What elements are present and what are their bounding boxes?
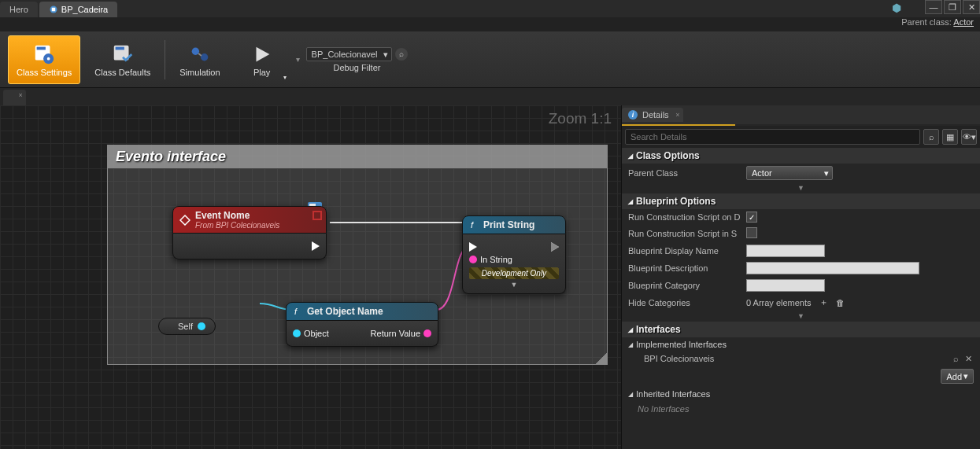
prop-label: Blueprint Description <box>628 263 746 273</box>
add-element-icon[interactable]: ＋ <box>819 296 828 308</box>
search-input[interactable] <box>625 129 920 145</box>
tab-label: BP_Cadeira <box>61 5 108 14</box>
prop-label: Blueprint Category <box>628 281 746 290</box>
return-value-pin[interactable]: Return Value <box>371 329 431 338</box>
prop-label: Hide Categories <box>628 298 746 307</box>
window-controls: — ❐ ✕ <box>925 0 980 14</box>
close-button[interactable]: ✕ <box>963 0 980 14</box>
class-defaults-button[interactable]: Class Defaults <box>87 35 158 84</box>
chevron-down-icon[interactable]: ▾ <box>283 74 287 81</box>
tab-hero[interactable]: Hero <box>0 2 38 17</box>
prop-parent-class: Parent Class Actor <box>622 164 980 182</box>
document-tabs: Hero BP_Cadeira ⬢ — ❐ ✕ <box>0 0 980 17</box>
prop-bp-display-name: Blueprint Display Name <box>622 242 980 259</box>
print-string-node[interactable]: f Print String In String Development Onl… <box>462 215 566 294</box>
exec-out-pin[interactable] <box>551 242 559 252</box>
implemented-interfaces-header[interactable]: ◢Implemented Interfaces <box>622 337 980 351</box>
collapse-triangle-icon: ◢ <box>628 341 633 348</box>
play-icon <box>250 42 274 66</box>
blueprint-icon <box>49 5 58 14</box>
search-icon[interactable]: ⌕ <box>923 129 939 145</box>
debug-filter-combo[interactable]: BP_Colecionavel <box>306 47 393 61</box>
comment-node[interactable]: Evento interface Event Nome From BPI Col… <box>107 145 608 365</box>
self-out-pin[interactable] <box>198 322 205 330</box>
expand-chevron-icon[interactable]: ▼ <box>469 279 559 289</box>
play-button[interactable]: Play ▾ <box>235 35 290 84</box>
parent-class-combo[interactable]: Actor <box>746 166 833 180</box>
collapse-triangle-icon: ◢ <box>628 198 633 205</box>
panel-check-icon <box>111 42 135 66</box>
text-input[interactable] <box>746 262 919 274</box>
property-matrix-icon[interactable]: ▦ <box>942 129 958 145</box>
view-options-icon[interactable]: 👁▾ <box>961 129 977 145</box>
details-tab[interactable]: i Details × <box>622 108 683 122</box>
button-label: Class Settings <box>17 68 72 77</box>
prop-hide-categories: Hide Categories 0 Array elements ＋ 🗑 <box>622 294 980 311</box>
chevron-down-icon[interactable]: ▾ <box>296 55 300 64</box>
svg-marker-10 <box>256 46 269 61</box>
close-icon[interactable]: × <box>675 111 679 119</box>
self-node[interactable]: Self <box>158 318 216 335</box>
text-input[interactable] <box>746 279 825 292</box>
collapse-triangle-icon: ◢ <box>628 326 633 333</box>
expand-chevron-icon[interactable]: ▼ <box>622 311 980 322</box>
restore-button[interactable]: ❐ <box>944 0 961 14</box>
debug-filter-label: Debug Filter <box>334 63 381 72</box>
search-icon[interactable]: ⌕ <box>395 48 408 61</box>
delegate-pin[interactable] <box>312 211 322 220</box>
tab-bp-cadeira[interactable]: BP_Cadeira <box>39 2 117 17</box>
event-node[interactable]: Event Nome From BPI Colecionaveis <box>172 206 327 259</box>
zoom-indicator: Zoom 1:1 <box>549 110 612 127</box>
parent-class-bar: Parent class: Actor <box>0 17 980 31</box>
info-icon: i <box>628 110 638 120</box>
resize-handle[interactable] <box>596 353 607 364</box>
svg-rect-3 <box>37 46 46 50</box>
prop-label: Blueprint Display Name <box>628 246 746 256</box>
exec-in-pin[interactable] <box>469 242 477 252</box>
exec-out-pin[interactable] <box>312 241 320 251</box>
prop-run-construction-seq: Run Construction Script in S <box>622 225 980 242</box>
dev-only-label: Development Only <box>469 267 559 279</box>
marketplace-icon[interactable]: ⬢ <box>892 2 901 14</box>
clear-array-icon[interactable]: 🗑 <box>836 298 845 307</box>
button-label: Simulation <box>179 68 220 77</box>
close-icon[interactable]: × <box>19 91 23 99</box>
details-tab-label: Details <box>642 110 669 120</box>
inherited-interfaces-header[interactable]: ◢Inherited Interfaces <box>622 387 980 401</box>
browse-icon[interactable]: ⌕ <box>953 354 959 364</box>
class-settings-button[interactable]: Class Settings <box>8 35 80 84</box>
node-body: In String Development Only ▼ <box>462 234 566 294</box>
prop-label: Run Construction Script on D <box>628 212 746 222</box>
minimize-button[interactable]: — <box>925 0 942 14</box>
graph-tabs: × <box>0 88 980 105</box>
button-label: Play <box>253 68 270 77</box>
svg-point-5 <box>47 57 50 60</box>
comment-title[interactable]: Evento interface <box>108 145 607 168</box>
graph-canvas[interactable]: Zoom 1:1 Evento interface <box>0 105 621 449</box>
parent-class-link[interactable]: Actor <box>953 17 974 27</box>
comment-body: Event Nome From BPI Colecionaveis <box>108 168 607 363</box>
event-icon <box>179 215 190 226</box>
object-in-pin[interactable]: Object <box>293 329 329 338</box>
svg-point-8 <box>192 47 199 54</box>
checkbox[interactable]: ✓ <box>746 212 757 223</box>
no-interfaces-label: No Interfaces <box>622 401 980 417</box>
get-object-name-node[interactable]: f Get Object Name Object Return Value <box>286 302 438 347</box>
add-interface-button[interactable]: Add▾ <box>941 369 974 384</box>
text-input[interactable] <box>746 245 825 257</box>
details-panel: i Details × ⌕ ▦ 👁▾ ◢Class Options Parent… <box>621 105 980 449</box>
in-string-pin[interactable]: In String <box>469 255 512 264</box>
section-class-options[interactable]: ◢Class Options <box>622 148 980 164</box>
section-blueprint-options[interactable]: ◢Blueprint Options <box>622 193 980 209</box>
checkbox[interactable] <box>746 227 757 238</box>
expand-chevron-icon[interactable]: ▼ <box>622 182 980 193</box>
interface-name: BPI Colecionaveis <box>628 354 714 363</box>
section-interfaces[interactable]: ◢Interfaces <box>622 322 980 337</box>
remove-icon[interactable]: ✕ <box>965 354 972 364</box>
debug-filter: BP_Colecionavel ⌕ Debug Filter <box>306 47 409 72</box>
toolbar: Class Settings Class Defaults Simulation… <box>0 31 980 88</box>
svg-rect-1 <box>52 8 56 12</box>
simulation-button[interactable]: Simulation <box>172 35 227 84</box>
graph-tab[interactable]: × <box>3 90 26 105</box>
svg-point-9 <box>201 53 208 61</box>
